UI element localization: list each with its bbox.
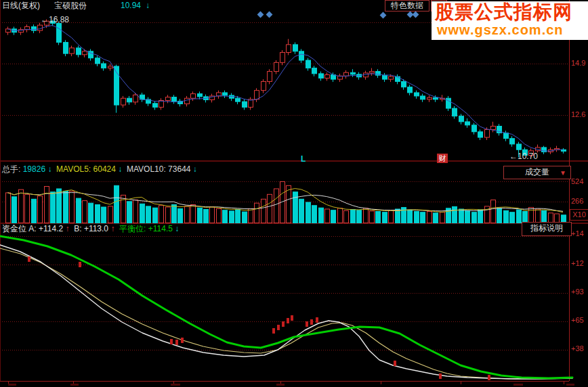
stock-app-window: 日线(复权) 宝硕股份 10.94 ↓ 特色数据 财 股票公式指标网 www.g… <box>0 0 588 387</box>
mavol10-label: MAVOL10: <box>127 164 166 174</box>
clipped-date-fragment <box>171 384 180 386</box>
volume-axis-label: 266 <box>571 197 583 205</box>
indicator-axis-label: +38 <box>571 344 584 352</box>
indicator-yellow-line <box>0 248 572 379</box>
zongshou-value: 19826 <box>23 164 45 174</box>
chevron-down-icon: ▼ <box>560 167 566 179</box>
clipped-date-fragment <box>566 384 574 386</box>
price-axis-label: 12.6 <box>571 110 585 118</box>
clipped-date-fragment <box>276 384 285 386</box>
low-annotation: ←10.70 <box>509 152 538 161</box>
candlesticks <box>6 20 566 158</box>
mavol5-label: MAVOL5: <box>56 164 91 174</box>
clipped-date-fragment <box>70 384 79 386</box>
mavol10-arrow-icon: ↓ <box>193 164 197 174</box>
period-label[interactable]: 日线(复权) <box>2 1 40 10</box>
indicator-help-button[interactable]: 指标说明 <box>522 222 572 236</box>
price-down-arrow-icon: ↓ <box>146 1 150 10</box>
indicator-axis-label: +12 <box>571 259 584 267</box>
clipped-date-fragment <box>8 384 16 386</box>
watermark-line2: www.gszx.com.cn <box>432 22 588 38</box>
indicator-name: 资金位 <box>2 224 26 233</box>
indicator-axis-label: +65 <box>571 316 584 324</box>
clipped-date-fragment <box>513 384 523 386</box>
zongshou-arrow-icon: ↓ <box>47 164 51 174</box>
ph-label: 平衡位: <box>119 224 146 233</box>
volume-axis-label: 524 <box>571 177 583 185</box>
b-label: B: <box>74 224 81 233</box>
ph-arrow-icon: ↓ <box>175 224 179 233</box>
a-arrow-icon: ↑ <box>66 224 70 233</box>
stock-name: 宝硕股份 <box>54 1 87 10</box>
b-arrow-icon: ↑ <box>110 224 114 233</box>
volume-type-dropdown[interactable]: 成交量 ▼ <box>503 166 571 179</box>
volume-header: 总手: 19826 ↓ MAVOL5: 60424 ↓ MAVOL10: 736… <box>2 164 197 174</box>
zongshou-label: 总手: <box>2 164 20 174</box>
mavol5-arrow-icon: ↓ <box>118 164 122 174</box>
volume-unit-label: X10 <box>570 209 588 221</box>
b-value: +113.0 <box>84 224 108 233</box>
indicator-header: 资金位 A: +114.2 ↑ B: +113.0 ↑ 平衡位: +114.5 … <box>2 224 179 233</box>
watermark: 股票公式指标网 www.gszx.com.cn <box>432 1 588 40</box>
mavol10-value: 73644 <box>168 164 190 174</box>
marker-cai: 财 <box>437 154 448 163</box>
indicator-axis-label: +93 <box>571 288 584 296</box>
a-label: A: <box>28 224 36 233</box>
chart-canvas[interactable] <box>0 0 588 387</box>
tab-feature-data[interactable]: 特色数据 <box>385 0 429 12</box>
price-axis-label: 14.9 <box>571 59 585 67</box>
indicator-green-line <box>0 236 572 378</box>
high-annotation: ←16.88 <box>41 15 69 24</box>
mavol5-value: 60424 <box>93 164 116 174</box>
indicator-red-marks <box>28 256 490 380</box>
last-price: 10.94 <box>121 1 141 10</box>
marker-L: L <box>301 154 306 164</box>
watermark-line1: 股票公式指标网 <box>432 1 588 22</box>
ph-value: +114.5 <box>148 224 173 233</box>
a-value: +114.2 <box>39 224 63 233</box>
indicator-axis-label: +14 <box>571 229 584 237</box>
